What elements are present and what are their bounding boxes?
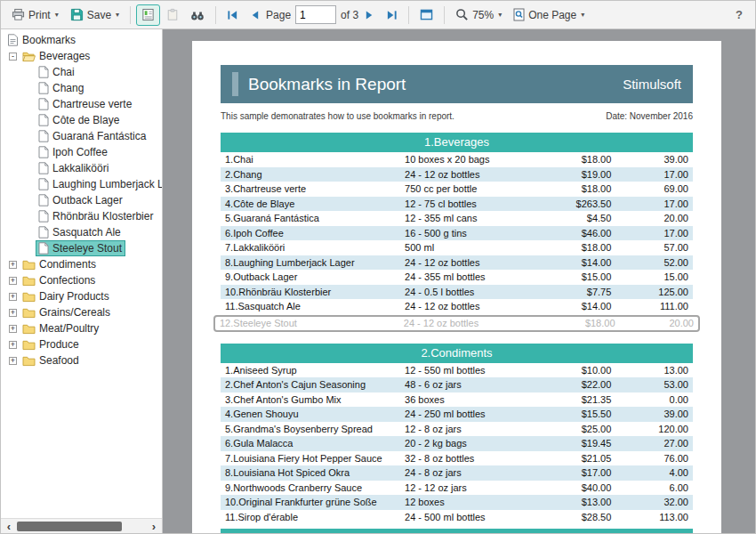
cell-price: $15.00: [546, 270, 622, 285]
expand-toggle-icon[interactable]: +: [9, 309, 17, 317]
cell-quantity: 24 - 12 oz bottles: [405, 255, 546, 271]
save-icon: [70, 8, 84, 21]
expand-toggle-icon[interactable]: +: [9, 277, 17, 285]
report-sections: 1.Beverages1.Chai10 boxes x 20 bags$18.0…: [221, 133, 693, 524]
clipboard-icon: [166, 8, 179, 21]
expand-toggle-icon[interactable]: +: [9, 261, 17, 269]
bookmark-label: Chai: [52, 66, 75, 78]
last-page-button[interactable]: [381, 4, 403, 26]
cell-quantity: 12 - 75 cl bottles: [405, 197, 546, 212]
next-page-button[interactable]: [359, 4, 380, 26]
expand-toggle-icon[interactable]: +: [9, 293, 17, 301]
next-page-icon: [365, 10, 374, 20]
bookmark-folder-item[interactable]: +Seafood: [4, 352, 162, 368]
report-row: 4.Côte de Blaye12 - 75 cl bottles$263.50…: [221, 197, 693, 212]
section-header: 1.Beverages: [221, 133, 693, 152]
bookmark-folder-item[interactable]: +Produce: [4, 336, 162, 352]
bookmark-leaf-item-selected[interactable]: Steeleye Stout: [4, 240, 162, 256]
collapse-toggle-icon[interactable]: -: [9, 53, 17, 61]
report-title: Bookmarks in Report: [248, 75, 406, 94]
bookmark-label: Laughing Lumberjack Lager: [52, 178, 162, 190]
page-number-input[interactable]: [295, 5, 336, 24]
horizontal-scrollbar[interactable]: ‹ ›: [1, 518, 162, 533]
expand-toggle-icon[interactable]: +: [9, 325, 17, 333]
bookmarks-toggle-button[interactable]: [136, 4, 160, 26]
zoom-button[interactable]: 75% ▾: [450, 4, 507, 26]
bookmark-leaf-item[interactable]: Laughing Lumberjack Lager: [4, 176, 162, 192]
binoculars-icon: [190, 9, 205, 21]
bookmark-leaf-item[interactable]: Outback Lager: [4, 192, 162, 208]
cell-name: 4.Genen Shouyu: [221, 407, 405, 422]
cell-quantity: 24 - 8 oz jars: [405, 465, 546, 481]
bookmark-folder-item[interactable]: -Beverages: [4, 48, 162, 64]
cell-quantity: 24 - 500 ml bottles: [405, 510, 546, 525]
title-accent-bar: [232, 72, 238, 96]
bookmark-root-item[interactable]: Bookmarks: [4, 32, 162, 48]
bookmark-folder-item[interactable]: +Confections: [4, 272, 162, 288]
bookmark-leaf-item[interactable]: Côte de Blaye: [4, 112, 162, 128]
cell-name: 6.Gula Malacca: [221, 436, 405, 451]
print-button[interactable]: Print ▾: [6, 4, 64, 26]
bookmark-leaf-content: Outback Lager: [36, 193, 125, 207]
toolbar-separator: [215, 6, 216, 24]
report-row: 2.Chang24 - 12 oz bottles$19.0017.00: [221, 167, 693, 182]
report-row: 11.Sasquatch Ale24 - 12 oz bottles$14.00…: [221, 299, 693, 314]
bookmark-folder-content: Grains/Cereals: [20, 305, 113, 320]
previous-page-button[interactable]: [245, 4, 265, 26]
bookmark-folder-item[interactable]: +Grains/Cereals: [4, 304, 162, 320]
folder-icon: [22, 51, 36, 62]
find-button[interactable]: [185, 4, 210, 26]
cell-stock: 17.00: [622, 226, 693, 241]
help-button[interactable]: ?: [728, 8, 750, 21]
cell-quantity: 500 ml: [405, 240, 546, 255]
cell-quantity: 12 - 355 ml cans: [405, 211, 546, 226]
scrollbar-thumb[interactable]: [17, 522, 122, 531]
bookmark-leaf-item[interactable]: Chai: [4, 64, 162, 80]
bookmark-leaf-item[interactable]: Sasquatch Ale: [4, 224, 162, 240]
report-row: 9.Outback Lager24 - 355 ml bottles$15.00…: [221, 270, 693, 285]
folder-icon: [22, 275, 36, 287]
bookmark-folder-item[interactable]: +Meat/Poultry: [4, 320, 162, 336]
page-icon: [38, 162, 49, 174]
first-page-icon: [227, 10, 238, 20]
bookmark-leaf-content: Chang: [36, 81, 86, 95]
cell-stock: 15.00: [622, 270, 693, 285]
cell-name: 6.Ipoh Coffee: [221, 226, 405, 241]
full-screen-button[interactable]: [414, 4, 438, 26]
bookmark-folder-item[interactable]: +Dairy Products: [4, 288, 162, 304]
parameters-button[interactable]: [161, 4, 184, 26]
scrollbar-right-arrow-icon[interactable]: ›: [148, 520, 160, 533]
cell-stock: 39.00: [622, 152, 693, 167]
cell-name: 7.Lakkalikööri: [221, 240, 405, 255]
cell-price: $4.50: [546, 211, 622, 226]
cell-stock: 13.00: [622, 363, 693, 378]
bookmark-leaf-item[interactable]: Chartreuse verte: [4, 96, 162, 112]
expand-toggle-icon[interactable]: +: [9, 341, 17, 349]
bookmark-leaf-item[interactable]: Ipoh Coffee: [4, 144, 162, 160]
bookmark-leaf-item[interactable]: Guaraná Fantástica: [4, 128, 162, 144]
folder-icon: [22, 291, 36, 303]
report-row: 9.Northwoods Cranberry Sauce12 - 12 oz j…: [221, 481, 693, 496]
first-page-button[interactable]: [221, 4, 244, 26]
bookmark-leaf-item[interactable]: Lakkalikööri: [4, 160, 162, 176]
cell-name: 11.Sirop d'érable: [221, 510, 405, 525]
view-mode-button[interactable]: One Page ▾: [508, 4, 590, 26]
cell-quantity: 32 - 8 oz bottles: [405, 451, 546, 466]
bookmark-label: Condiments: [39, 258, 96, 271]
cell-quantity: 36 boxes: [405, 392, 546, 408]
cell-price: $21.35: [546, 392, 622, 408]
bookmark-label: Rhönbräu Klosterbier: [52, 210, 153, 222]
bookmark-leaf-item[interactable]: Rhönbräu Klosterbier: [4, 208, 162, 224]
report-description: This sample demonatrates how to use book…: [221, 111, 454, 121]
cell-price: $14.00: [546, 255, 622, 271]
bookmark-folder-item[interactable]: +Condiments: [4, 256, 162, 272]
scrollbar-left-arrow-icon[interactable]: ‹: [3, 520, 15, 533]
expand-toggle-icon[interactable]: +: [9, 357, 17, 365]
folder-icon: [22, 339, 36, 351]
cell-stock: 4.00: [622, 465, 693, 481]
cell-name: 4.Côte de Blaye: [221, 197, 405, 212]
cell-name: 1.Chai: [221, 152, 405, 167]
bookmark-leaf-item[interactable]: Chang: [4, 80, 162, 96]
cell-name: 10.Rhönbräu Klosterbier: [221, 285, 405, 300]
save-button[interactable]: Save ▾: [65, 4, 125, 26]
